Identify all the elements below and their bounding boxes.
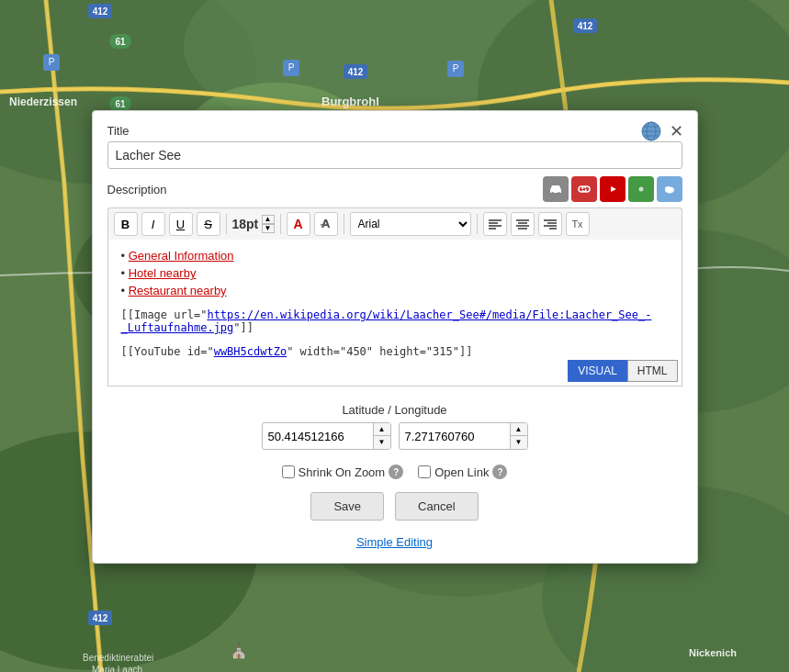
simple-editing-row: Simple Editing (93, 528, 697, 563)
bold-button[interactable]: B (114, 212, 138, 236)
open-link-help-icon[interactable]: ? (492, 465, 507, 479)
align-center-button[interactable] (511, 212, 535, 236)
latlng-inputs: ▲ ▼ ▲ ▼ (107, 422, 682, 450)
title-input[interactable] (107, 141, 682, 169)
shrink-checkbox[interactable] (282, 465, 295, 478)
visual-view-button[interactable]: VISUAL (568, 360, 627, 382)
latitude-input-group: ▲ ▼ (262, 422, 391, 450)
shrink-option: Shrink On Zoom ? (282, 465, 404, 479)
list-item-restaurant: Restaurant nearby (121, 284, 669, 297)
youtube-code: [[YouTube id="wwBH5cdwtZo" width="450" h… (121, 345, 669, 358)
font-size-down[interactable]: ▼ (262, 224, 275, 233)
editor-content[interactable]: General Information Hotel nearby Restaur… (107, 240, 682, 386)
svg-point-41 (551, 192, 554, 195)
photo-icon-button[interactable] (628, 176, 654, 202)
cancel-button[interactable]: Cancel (395, 492, 478, 521)
list-item-hotel: Hotel nearby (121, 266, 669, 280)
lat-down[interactable]: ▼ (374, 436, 390, 449)
editor-toolbar: B I U S 18pt ▲ ▼ A A̶ Arial Ti (107, 207, 682, 240)
font-size-display: 18pt (232, 217, 260, 231)
toolbar-sep-3 (344, 214, 344, 234)
toolbar-sep-1 (226, 214, 227, 234)
lng-up[interactable]: ▲ (511, 423, 527, 436)
cloud-icon-button[interactable] (657, 176, 682, 202)
underline-button[interactable]: U (169, 212, 193, 236)
hotel-link[interactable]: Hotel nearby (129, 266, 197, 280)
text-clear-button[interactable]: A̶ (314, 212, 338, 236)
editor-list: General Information Hotel nearby Restaur… (121, 249, 669, 297)
lng-spinners: ▲ ▼ (510, 423, 527, 449)
desc-icon-group (543, 176, 682, 202)
description-section: Description (93, 176, 697, 394)
simple-editing-link[interactable]: Simple Editing (356, 535, 433, 549)
latitude-input[interactable] (263, 425, 373, 448)
toolbar-sep-2 (280, 214, 281, 234)
save-button[interactable]: Save (310, 492, 384, 521)
clear-format-button[interactable]: Tx (566, 212, 590, 236)
action-row: Save Cancel (93, 485, 697, 528)
latlng-section: Latitude / Longitude ▲ ▼ ▲ ▼ (93, 394, 697, 459)
restaurant-link[interactable]: Restaurant nearby (129, 284, 227, 297)
toolbar-sep-4 (477, 214, 478, 234)
lat-spinners: ▲ ▼ (373, 423, 390, 449)
image-url[interactable]: https://en.wikipedia.org/wiki/Laacher_Se… (121, 308, 652, 334)
latlng-label: Latitude / Longitude (107, 403, 682, 417)
font-size-group: 18pt ▲ ▼ (232, 215, 275, 233)
html-view-button[interactable]: HTML (627, 360, 678, 382)
align-right-button[interactable] (538, 212, 562, 236)
youtube-icon-button[interactable] (600, 176, 626, 202)
svg-point-46 (638, 187, 643, 192)
strikethrough-button[interactable]: S (197, 212, 220, 236)
options-row: Shrink On Zoom ? Open Link ? (93, 459, 697, 485)
shrink-label: Shrink On Zoom (299, 465, 386, 479)
longitude-input-group: ▲ ▼ (399, 422, 528, 450)
desc-header: Description (107, 176, 682, 202)
svg-point-42 (558, 192, 560, 195)
general-info-link[interactable]: General Information (129, 249, 234, 263)
image-code: [[Image url="https://en.wikipedia.org/wi… (121, 308, 669, 334)
modal-header: Title (93, 111, 697, 176)
modal-overlay: ✕ Title Description (0, 0, 789, 672)
open-link-option: Open Link ? (418, 465, 507, 479)
align-left-button[interactable] (483, 212, 507, 236)
open-link-checkbox[interactable] (418, 465, 431, 478)
longitude-input[interactable] (400, 425, 510, 448)
edit-modal: ✕ Title Description (92, 110, 698, 564)
car-icon-button[interactable] (543, 176, 569, 202)
italic-button[interactable]: I (141, 212, 165, 236)
youtube-id[interactable]: wwBH5cdwtZo (214, 345, 287, 358)
title-label: Title (107, 124, 682, 138)
shrink-help-icon[interactable]: ? (389, 465, 403, 479)
lng-down[interactable]: ▼ (511, 436, 527, 449)
font-size-up[interactable]: ▲ (262, 215, 275, 224)
list-item-general: General Information (121, 249, 669, 263)
link-icon-button[interactable] (571, 176, 597, 202)
font-family-select[interactable]: Arial Times New Roman Courier (350, 212, 471, 236)
open-link-label: Open Link (434, 465, 489, 479)
description-label: Description (107, 183, 167, 196)
view-toggle: VISUAL HTML (568, 360, 677, 382)
text-color-button[interactable]: A (287, 212, 310, 236)
lat-up[interactable]: ▲ (374, 423, 390, 436)
font-size-spinners: ▲ ▼ (262, 215, 275, 233)
svg-point-49 (669, 187, 673, 192)
